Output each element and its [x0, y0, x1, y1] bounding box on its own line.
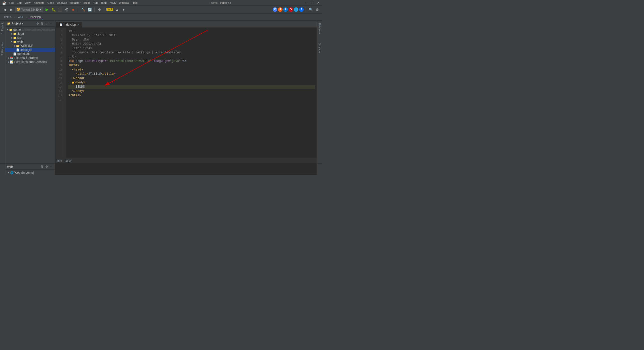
scratches-icon: 📝 [10, 60, 14, 64]
top-tabs: demo › web › index.jsp [0, 14, 322, 21]
web-panel-min-button[interactable]: ─ [49, 165, 53, 169]
forward-button[interactable]: ▶ [9, 7, 14, 12]
code-content[interactable]: <%-- Created by IntelliJ IDEA. User: 鹿光 … [66, 28, 317, 163]
web-panel-gear-button[interactable]: ⚙ [45, 165, 49, 169]
breadcrumb-bar: html › body [55, 158, 317, 163]
window-maximize[interactable]: □ [311, 1, 313, 5]
project-icon: 📁 [7, 22, 11, 25]
tree-item-scratches[interactable]: ▶ 📝 Scratches and Consoles [5, 60, 55, 64]
indexjsp-icon: 📄 [16, 48, 20, 52]
tab-web[interactable]: web [16, 15, 25, 19]
scratches-label: Scratches and Consoles [14, 60, 47, 64]
code-line-2: Created by IntelliJ IDEA. [68, 33, 315, 38]
debug-button[interactable]: 🐛 [51, 7, 56, 12]
menu-analyze[interactable]: Analyze [57, 1, 67, 4]
code-line-7: --%> [68, 55, 315, 59]
web-root-icon: 🌐 [10, 171, 14, 174]
tab-project[interactable]: 1: Project [1, 22, 4, 35]
root-arrow: ▼ [6, 28, 9, 31]
line-num-5: 5 [55, 46, 64, 51]
code-line-3: User: 鹿光 [68, 38, 315, 42]
menu-view[interactable]: View [25, 1, 31, 4]
idea-arrow: ▶ [10, 32, 13, 35]
demolml-icon: 📄 [13, 52, 17, 56]
opera-icon[interactable]: O [289, 7, 293, 12]
window-close[interactable]: ✕ [317, 1, 320, 5]
tab-demo[interactable]: demo [2, 15, 13, 19]
editor-tab-icon: 📄 [59, 23, 62, 26]
ie-icon[interactable]: I [294, 7, 298, 12]
code-editor[interactable]: 1 2 3 4 5 6 7 8 9 10 11 12 13 14 15 16 1… [55, 28, 317, 163]
menu-edit[interactable]: Edit [17, 1, 22, 4]
code-line-8: <%@ page contentType="text/html;charset=… [68, 59, 315, 63]
line-num-7: 7 [55, 55, 64, 59]
stop-button[interactable]: ■ [70, 7, 76, 12]
web-panel-alph-button[interactable]: ⇅ [40, 165, 44, 169]
window-minimize[interactable]: ─ [304, 1, 307, 5]
line-num-16: 16 [55, 93, 64, 98]
extlibs-label: External Libraries [14, 56, 38, 60]
menu-help[interactable]: Help [132, 1, 138, 4]
breadcrumb-html[interactable]: html [57, 159, 63, 162]
tree-item-index-jsp[interactable]: 📄 index.jsp [5, 48, 55, 52]
idea-label: .idea [17, 32, 24, 36]
breadcrumb-body[interactable]: body [65, 159, 71, 162]
line-numbers: 1 2 3 4 5 6 7 8 9 10 11 12 13 14 15 16 1… [55, 28, 64, 163]
src-arrow: ▶ [10, 36, 13, 39]
line-num-14: 14 [55, 85, 64, 89]
menu-build[interactable]: Build [84, 1, 90, 4]
menu-file[interactable]: File [9, 1, 14, 4]
chrome-icon[interactable]: C [273, 7, 277, 12]
gutter [64, 28, 66, 163]
code-line-1: <%-- [68, 29, 315, 33]
project-gear-button[interactable]: ⚙ [35, 22, 39, 26]
tab-index-jsp[interactable]: index.jsp [28, 15, 43, 19]
tab-favorites[interactable]: 2: Favorites [1, 41, 4, 57]
editor-tab-label: index.jsp [64, 23, 76, 26]
tree-item-demo-iml[interactable]: 📄 demo.iml [5, 52, 55, 56]
project-minimize-button[interactable]: ─ [49, 22, 53, 26]
web-root-arrow: ▼ [7, 171, 10, 174]
menu-refactor[interactable]: Refactor [70, 1, 80, 4]
web-tree-root[interactable]: ▼ 🌐 Web (in demo) [5, 171, 55, 175]
build-button[interactable]: 🔨 [80, 7, 86, 12]
tree-item-root[interactable]: ▼ 📁 demo C:\Users\gcswei\Desktop\demo [5, 28, 55, 32]
tab-structure[interactable]: Structure [318, 41, 321, 54]
run-config[interactable]: 🐱 Tomcat 9.0.30 ▼ [15, 7, 43, 12]
menu-code[interactable]: Code [48, 1, 54, 4]
bottom-left-tabs [0, 164, 5, 175]
editor-tab-close[interactable]: ✕ [77, 23, 79, 26]
firefox-icon[interactable]: F [278, 7, 283, 12]
tree-item-src[interactable]: ▶ 📁 src [5, 36, 55, 40]
coverage-button[interactable]: ⬛ [57, 7, 63, 12]
sync-button[interactable]: 🔄 [87, 7, 92, 12]
warning-prev-button[interactable]: ▲ [114, 7, 120, 12]
project-settings-button[interactable]: ≡ [45, 22, 49, 26]
tab-database[interactable]: Database [318, 22, 321, 36]
profile-button[interactable]: ⏱ [64, 7, 69, 12]
menu-vcs[interactable]: VCS [110, 1, 116, 4]
menu-tools[interactable]: Tools [101, 1, 107, 4]
menu-run[interactable]: Run [93, 1, 98, 4]
back-button[interactable]: ◀ [2, 7, 8, 12]
tree-item-ext-libs[interactable]: ▶ 📚 External Libraries [5, 56, 55, 60]
tree-item-web[interactable]: ▼ 📁 web [5, 40, 55, 44]
safari-icon[interactable]: S [299, 7, 304, 12]
menu-window[interactable]: Window [119, 1, 129, 4]
web-tree-web[interactable]: ▼ 📁 web [5, 175, 55, 175]
run-button[interactable]: ▶ [44, 7, 50, 12]
settings-button[interactable]: ⚙ [97, 7, 102, 12]
code-line-10: <head> [68, 68, 315, 72]
menu-navigate[interactable]: Navigate [33, 1, 44, 4]
tree-item-idea[interactable]: ▶ 📁 .idea [5, 32, 55, 36]
edge-icon[interactable]: E [283, 7, 288, 12]
bottom-section: Web ⇅ ⚙ ─ ▼ 🌐 Web (in demo) ▼ 📁 web [0, 163, 322, 175]
search-everywhere-button[interactable]: 🔍 [308, 7, 313, 12]
settings-main-button[interactable]: ⚙ [314, 7, 320, 12]
project-sort-button[interactable]: ⇅ [40, 22, 44, 26]
warning-next-button[interactable]: ▼ [121, 7, 126, 12]
tree-item-webinf[interactable]: ▶ 📂 WEB-INF [5, 44, 55, 48]
bottom-right-pad [317, 164, 322, 175]
code-line-13: <body> [68, 81, 315, 85]
editor-tab-index-jsp[interactable]: 📄 index.jsp ✕ [56, 22, 82, 27]
